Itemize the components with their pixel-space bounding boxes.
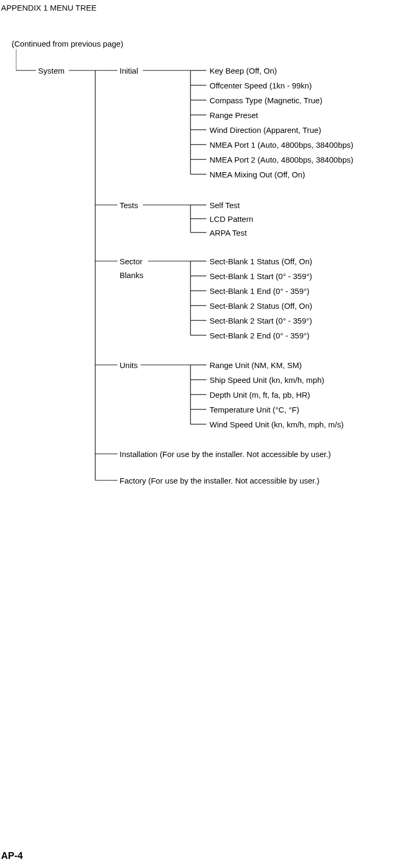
menu-initial: Initial [120, 66, 138, 75]
leaf-lcd-pattern: LCD Pattern [210, 214, 253, 223]
leaf-sect-blank-2-start: Sect-Blank 2 Start (0° - 359°) [210, 316, 312, 325]
leaf-arpa-test: ARPA Test [210, 228, 247, 237]
leaf-sect-blank-1-status: Sect-Blank 1 Status (Off, On) [210, 257, 312, 266]
leaf-key-beep: Key Beep (Off, On) [210, 66, 277, 75]
leaf-nmea-port-1: NMEA Port 1 (Auto, 4800bps, 38400bps) [210, 140, 353, 149]
menu-factory: Factory (For use by the installer. Not a… [120, 476, 320, 485]
menu-tests: Tests [120, 201, 138, 210]
leaf-range-preset: Range Preset [210, 111, 258, 120]
leaf-sect-blank-2-end: Sect-Blank 2 End (0° - 359°) [210, 331, 310, 340]
leaf-nmea-port-2: NMEA Port 2 (Auto, 4800bps, 38400bps) [210, 155, 353, 164]
continued-note: (Continued from previous page) [12, 39, 123, 48]
leaf-self-test: Self Test [210, 201, 240, 210]
menu-system: System [38, 66, 65, 75]
leaf-wind-direction: Wind Direction (Apparent, True) [210, 126, 321, 135]
leaf-nmea-mixing-out: NMEA Mixing Out (Off, On) [210, 170, 305, 179]
menu-sector: Sector [120, 257, 142, 266]
menu-installation: Installation (For use by the installer. … [120, 450, 331, 459]
leaf-temperature-unit: Temperature Unit (°C, °F) [210, 405, 299, 414]
leaf-sect-blank-1-start: Sect-Blank 1 Start (0° - 359°) [210, 272, 312, 281]
menu-units: Units [120, 361, 138, 370]
leaf-sect-blank-1-end: Sect-Blank 1 End (0° - 359°) [210, 287, 310, 296]
leaf-offcenter-speed: Offcenter Speed (1kn - 99kn) [210, 81, 312, 90]
leaf-ship-speed-unit: Ship Speed Unit (kn, km/h, mph) [210, 375, 324, 384]
leaf-wind-speed-unit: Wind Speed Unit (kn, km/h, mph, m/s) [210, 420, 343, 429]
leaf-sect-blank-2-status: Sect-Blank 2 Status (Off, On) [210, 301, 312, 310]
leaf-compass-type: Compass Type (Magnetic, True) [210, 96, 322, 105]
menu-blanks: Blanks [120, 271, 143, 280]
leaf-depth-unit: Depth Unit (m, ft, fa, pb, HR) [210, 390, 310, 399]
leaf-range-unit: Range Unit (NM, KM, SM) [210, 361, 302, 370]
menu-tree-diagram: System Initial Tests Sector Blanks Units… [16, 49, 418, 499]
page-header: APPENDIX 1 MENU TREE [1, 3, 97, 12]
page-number: AP-4 [1, 851, 23, 862]
